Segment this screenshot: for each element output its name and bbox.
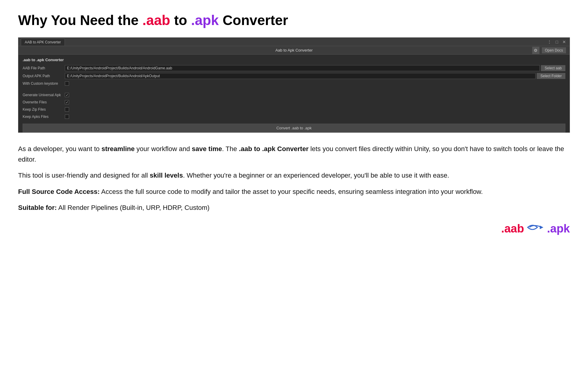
heading-suffix: Converter [219, 12, 288, 28]
overwrite-files-label: Overwrite Files [23, 100, 65, 104]
window-maximize-icon[interactable]: □ [555, 39, 559, 45]
keep-zip-files-checkbox[interactable] [65, 107, 69, 112]
custom-keystore-label: With Custom keystore [23, 81, 65, 86]
custom-keystore-checkbox[interactable] [65, 81, 69, 86]
window-menu-icon[interactable]: ⋮ [546, 39, 553, 45]
aab-file-path-label: AAB File Path [23, 66, 65, 70]
paragraph-4: Suitable for: All Render Pipelines (Buil… [18, 202, 570, 213]
open-docs-button[interactable]: Open Docs [542, 47, 566, 53]
svg-marker-0 [540, 226, 543, 229]
heading-apk: .apk [191, 12, 219, 28]
toolbar-title: Aab to Apk Converter [275, 48, 313, 52]
overwrite-files-row: Overwrite Files [23, 99, 565, 106]
logo-arrow-icon [526, 222, 545, 236]
logo-aab-text: .aab [501, 222, 524, 235]
unity-content: .aab to .apk Converter AAB File Path Sel… [18, 55, 570, 132]
unity-toolbar: Aab to Apk Converter ⚙ Open Docs [18, 46, 570, 55]
toolbar-right: ⚙ Open Docs [532, 47, 566, 54]
heading-middle: to [170, 12, 191, 28]
output-apk-path-input[interactable] [65, 73, 536, 79]
unity-titlebar: AAB to APK Converter ⋮ □ ✕ [18, 38, 570, 46]
logo-apk-text: .apk [547, 222, 570, 235]
keep-zip-files-label: Keep Zip Files [23, 107, 65, 112]
select-aab-button[interactable]: Select aab [541, 65, 565, 71]
gear-button[interactable]: ⚙ [532, 47, 539, 54]
aab-file-path-row: AAB File Path Select aab [23, 65, 565, 72]
paragraph-2: This tool is user-friendly and designed … [18, 170, 570, 181]
keep-apks-files-label: Keep Apks Files [23, 115, 65, 119]
window-close-icon[interactable]: ✕ [561, 39, 567, 45]
heading-prefix: Why You Need the [18, 12, 142, 28]
bottom-logo: .aab .apk [18, 222, 570, 236]
convert-button[interactable]: Convert .aab to .apk [23, 124, 565, 132]
unity-window-controls: ⋮ □ ✕ [546, 39, 567, 45]
keep-zip-files-row: Keep Zip Files [23, 106, 565, 113]
keep-apks-files-checkbox[interactable] [65, 115, 69, 119]
unity-form: AAB File Path Select aab Output APK Path… [23, 65, 565, 121]
converter-section-title: .aab to .apk Converter [23, 58, 565, 62]
spacer-1 [23, 87, 565, 92]
unity-window: AAB to APK Converter ⋮ □ ✕ Aab to Apk Co… [18, 37, 570, 133]
output-apk-path-label: Output APK Path [23, 74, 65, 78]
unity-tab[interactable]: AAB to APK Converter [21, 39, 65, 46]
generate-universal-apk-checkbox[interactable] [65, 93, 69, 97]
overwrite-files-checkbox[interactable] [65, 100, 69, 104]
generate-universal-apk-row: Generate Universal Apk [23, 92, 565, 98]
output-apk-path-row: Output APK Path Select Folder [23, 72, 565, 80]
select-folder-button[interactable]: Select Folder [537, 73, 565, 79]
bold-suitable-for: Suitable for: [18, 204, 57, 211]
aab-file-path-input[interactable] [65, 65, 540, 71]
bold-streamline: streamline [101, 145, 134, 153]
bold-save-time: save time [192, 145, 222, 153]
bold-skill-levels: skill levels [150, 172, 183, 179]
convert-button-row: Convert .aab to .apk [23, 124, 565, 132]
page-heading: Why You Need the .aab to .apk Converter [18, 12, 570, 28]
paragraph-1: As a developer, you want to streamline y… [18, 144, 570, 165]
heading-aab: .aab [142, 12, 170, 28]
paragraph-3: Full Source Code Access: Access the full… [18, 186, 570, 197]
keep-apks-files-row: Keep Apks Files [23, 113, 565, 120]
generate-universal-apk-label: Generate Universal Apk [23, 93, 65, 97]
bold-full-source: Full Source Code Access: [18, 188, 100, 195]
body-text: As a developer, you want to streamline y… [18, 144, 570, 213]
bold-converter-name: .aab to .apk Converter [239, 145, 308, 153]
custom-keystore-row: With Custom keystore [23, 80, 565, 87]
